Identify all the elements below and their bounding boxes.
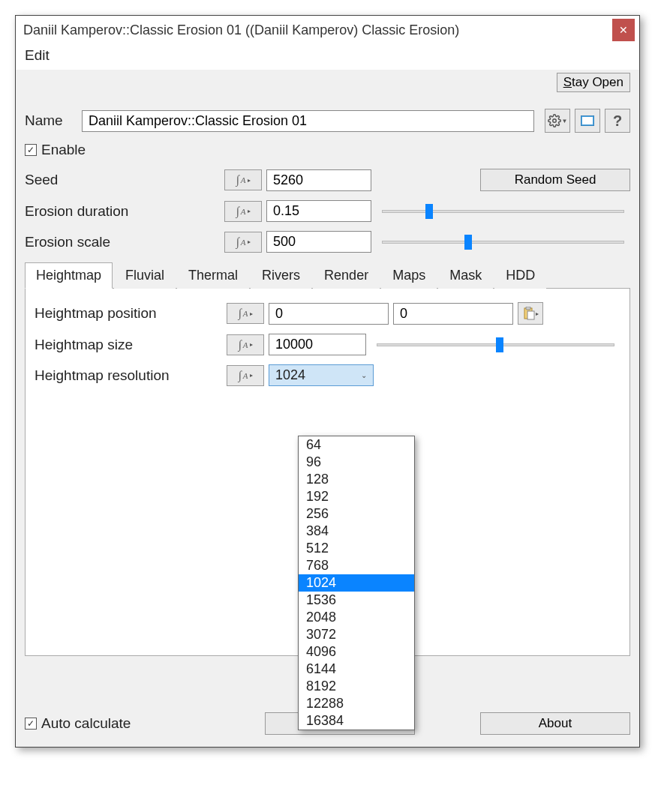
settings-button[interactable]: ▼ — [545, 109, 570, 133]
svg-point-0 — [552, 119, 556, 123]
slider-thumb[interactable] — [425, 204, 433, 219]
gear-icon — [548, 114, 561, 127]
heightmap-size-slider[interactable] — [377, 337, 614, 352]
dropdown-option[interactable]: 1024 — [299, 574, 414, 592]
enable-label: Enable — [41, 142, 86, 158]
tab-render[interactable]: Render — [313, 262, 380, 289]
titlebar: Daniil Kamperov::Classic Erosion 01 ((Da… — [16, 16, 639, 44]
slider-thumb[interactable] — [464, 235, 472, 250]
dropdown-option[interactable]: 128 — [299, 471, 414, 488]
chevron-down-icon: ▼ — [562, 118, 568, 124]
dropdown-option[interactable]: 6144 — [299, 661, 414, 678]
auto-calculate-label: Auto calculate — [41, 715, 131, 732]
enable-row: ✓ Enable — [25, 142, 630, 158]
tab-hdd[interactable]: HDD — [494, 262, 546, 289]
dropdown-option[interactable]: 768 — [299, 557, 414, 574]
tab-bar: HeightmapFluvialThermalRiversRenderMapsM… — [25, 262, 630, 289]
heightmap-size-label: Heightmap size — [35, 337, 222, 353]
name-label: Name — [25, 112, 77, 129]
auto-calculate-checkbox[interactable]: ✓ — [25, 718, 37, 730]
random-seed-button[interactable]: Random Seed — [480, 169, 630, 191]
menu-bar: Edit — [16, 44, 639, 70]
heightmap-size-anim-button[interactable]: ∫A▸ — [227, 334, 264, 355]
heightmap-position-x-input[interactable] — [269, 303, 389, 325]
help-button[interactable]: ? — [605, 109, 630, 133]
dropdown-option[interactable]: 256 — [299, 505, 414, 523]
erosion-scale-label: Erosion scale — [25, 234, 220, 250]
tab-mask[interactable]: Mask — [438, 262, 493, 289]
erosion-duration-slider[interactable] — [382, 204, 624, 219]
tab-maps[interactable]: Maps — [381, 262, 437, 289]
dialog-window: Daniil Kamperov::Classic Erosion 01 ((Da… — [15, 15, 640, 748]
seed-row: Seed ∫A▸ Random Seed — [25, 169, 630, 191]
tab-thermal[interactable]: Thermal — [177, 262, 249, 289]
dropdown-option[interactable]: 64 — [299, 436, 414, 454]
paste-button[interactable]: ▸ — [518, 302, 543, 325]
resolution-dropdown-list[interactable]: 6496128192256384512768102415362048307240… — [298, 436, 415, 730]
heightmap-resolution-row: Heightmap resolution ∫A▸ 1024 ⌄ — [35, 364, 620, 386]
erosion-scale-input[interactable] — [266, 231, 371, 253]
menu-edit[interactable]: Edit — [25, 47, 50, 63]
name-input[interactable] — [82, 110, 534, 132]
seed-anim-button[interactable]: ∫A▸ — [224, 169, 262, 190]
chevron-right-icon: ▸ — [536, 310, 539, 317]
heightmap-resolution-label: Heightmap resolution — [35, 367, 222, 384]
erosion-duration-anim-button[interactable]: ∫A▸ — [224, 201, 262, 222]
erosion-duration-label: Erosion duration — [25, 203, 220, 220]
erosion-duration-row: Erosion duration ∫A▸ — [25, 200, 630, 222]
dropdown-option[interactable]: 8192 — [299, 678, 414, 695]
heightmap-position-label: Heightmap position — [35, 305, 222, 322]
heightmap-resolution-anim-button[interactable]: ∫A▸ — [227, 365, 264, 386]
dropdown-option[interactable]: 384 — [299, 523, 414, 540]
dropdown-option[interactable]: 1536 — [299, 592, 414, 609]
slider-thumb[interactable] — [496, 337, 503, 352]
close-icon: ✕ — [619, 24, 628, 36]
tab-rivers[interactable]: Rivers — [251, 262, 311, 289]
window-title: Daniil Kamperov::Classic Erosion 01 ((Da… — [23, 22, 612, 38]
dropdown-option[interactable]: 512 — [299, 540, 414, 557]
erosion-scale-row: Erosion scale ∫A▸ — [25, 231, 630, 253]
seed-input[interactable] — [266, 169, 371, 191]
tab-fluvial[interactable]: Fluvial — [114, 262, 176, 289]
erosion-duration-input[interactable] — [266, 200, 371, 222]
chevron-down-icon: ⌄ — [361, 371, 367, 379]
viewport-button[interactable] — [575, 109, 600, 133]
tab-heightmap[interactable]: Heightmap — [25, 262, 113, 289]
heightmap-position-row: Heightmap position ∫A▸ ▸ — [35, 302, 620, 325]
dropdown-option[interactable]: 4096 — [299, 643, 414, 661]
enable-checkbox[interactable]: ✓ — [25, 144, 37, 156]
heightmap-resolution-dropdown[interactable]: 1024 ⌄ — [269, 364, 374, 386]
svg-rect-5 — [527, 311, 534, 319]
heightmap-position-y-input[interactable] — [393, 303, 513, 325]
about-button[interactable]: About — [480, 712, 630, 735]
erosion-scale-slider[interactable] — [382, 235, 624, 250]
stay-open-button[interactable]: Stay Open — [557, 73, 630, 92]
svg-rect-2 — [582, 117, 593, 124]
heightmap-position-anim-button[interactable]: ∫A▸ — [227, 303, 264, 324]
close-button[interactable]: ✕ — [612, 19, 635, 41]
heightmap-size-row: Heightmap size ∫A▸ — [35, 334, 620, 355]
clipboard-icon — [523, 307, 535, 320]
erosion-scale-anim-button[interactable]: ∫A▸ — [224, 232, 262, 253]
dropdown-option[interactable]: 2048 — [299, 609, 414, 626]
dropdown-option[interactable]: 96 — [299, 454, 414, 471]
dropdown-option[interactable]: 16384 — [299, 712, 414, 730]
seed-label: Seed — [25, 172, 220, 188]
dropdown-option[interactable]: 192 — [299, 488, 414, 505]
name-row: Name ▼ ? — [25, 109, 630, 133]
dropdown-option[interactable]: 12288 — [299, 695, 414, 712]
dropdown-value: 1024 — [275, 367, 305, 383]
viewport-icon — [581, 115, 594, 126]
auto-calculate-row: ✓ Auto calculate — [25, 715, 131, 732]
help-icon: ? — [613, 112, 622, 130]
dropdown-option[interactable]: 3072 — [299, 626, 414, 643]
svg-rect-4 — [526, 307, 530, 310]
heightmap-size-input[interactable] — [269, 334, 366, 355]
